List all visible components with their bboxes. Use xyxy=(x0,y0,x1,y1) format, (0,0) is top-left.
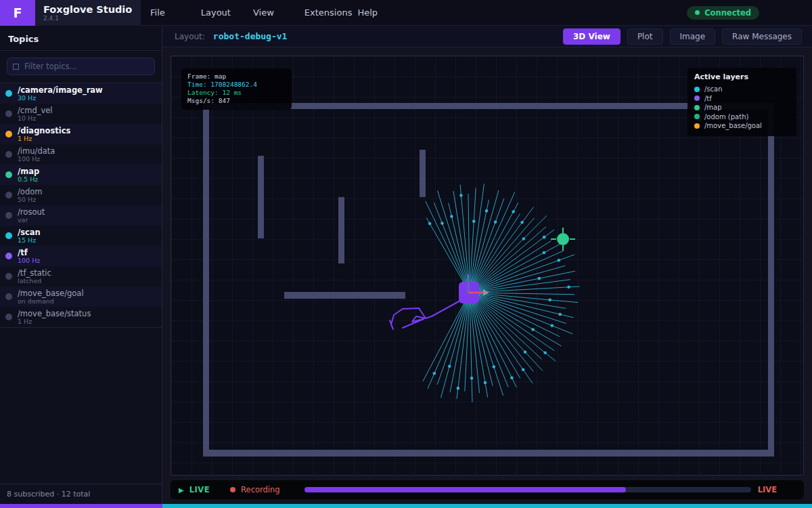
scan-ray xyxy=(453,191,470,293)
scan-point xyxy=(433,372,436,375)
tab-plot[interactable]: Plot xyxy=(627,28,663,45)
playback-bar: ▶ LIVE Recording LIVE xyxy=(171,480,804,499)
scan-point xyxy=(543,236,546,239)
topic-row-imu-data[interactable]: /imu/data100 Hz xyxy=(0,144,162,165)
scan-point xyxy=(485,209,489,213)
scan-ray xyxy=(470,293,560,337)
topic-status-dot xyxy=(5,314,12,320)
topic-row-cmd-vel[interactable]: /cmd_vel10 Hz xyxy=(0,104,162,124)
legend-dot xyxy=(694,87,700,92)
topic-name: /move_base/goal xyxy=(18,289,84,297)
app-logo[interactable]: F xyxy=(0,0,35,26)
scan-ray xyxy=(470,241,565,293)
topic-status-dot xyxy=(5,212,12,219)
topic-row-tf[interactable]: /tf100 Hz xyxy=(0,246,162,266)
legend-label: /move_base/goal xyxy=(704,122,762,129)
connection-badge: Connected xyxy=(687,6,759,20)
panel-content: Frame: mapTime: 1708248862.4Latency: 12 … xyxy=(162,47,812,477)
map-wall xyxy=(768,103,774,457)
topic-row-map[interactable]: /map0.5 Hz xyxy=(0,165,162,185)
menu-item-help[interactable]: Help xyxy=(357,7,378,18)
topic-rate: 50 Hz xyxy=(18,196,42,203)
map-wall xyxy=(203,103,209,457)
layout-label: Layout: xyxy=(175,32,205,41)
tab-raw-messages[interactable]: Raw Messages xyxy=(722,28,802,45)
topic-rate: 0.5 Hz xyxy=(18,175,39,183)
live-indicator: LIVE xyxy=(189,485,210,494)
topic-status-dot xyxy=(5,192,12,198)
menu-item-view[interactable]: View xyxy=(253,7,274,18)
menu-item-file[interactable]: File xyxy=(150,7,165,18)
subscription-stats: 8 subscribed · 12 total xyxy=(0,484,162,504)
status-strip xyxy=(0,504,812,508)
topic-name: /tf xyxy=(18,249,40,257)
scan-point xyxy=(520,221,524,224)
recording-label: Recording xyxy=(241,485,280,494)
layout-name[interactable]: robot-debug-v1 xyxy=(213,31,288,41)
hud-line: Latency: 12 ms xyxy=(187,89,286,97)
scan-point xyxy=(522,368,525,371)
filter-input[interactable] xyxy=(24,62,154,71)
tab-image[interactable]: Image xyxy=(670,28,716,45)
scan-point xyxy=(538,277,541,280)
app-version: 2.4.1 xyxy=(43,15,132,22)
topic-row-move-base-status[interactable]: /move_base/status1 Hz xyxy=(0,307,162,327)
topic-row-move-base-goal[interactable]: /move_base/goalon demand xyxy=(0,287,162,307)
app-title: Foxglove Studio xyxy=(43,4,132,15)
live-badge-right: LIVE xyxy=(758,485,777,494)
playback-progress xyxy=(304,487,626,492)
menu-item-layout[interactable]: Layout xyxy=(201,7,231,18)
play-icon[interactable]: ▶ xyxy=(179,486,184,494)
scan-point xyxy=(448,364,451,368)
scan-point xyxy=(551,324,554,327)
topic-row-odom[interactable]: /odom50 Hz xyxy=(0,185,162,205)
tab-3d-view[interactable]: 3D View xyxy=(563,28,621,45)
hud-line: Msgs/s: 847 xyxy=(187,97,286,105)
scan-ray xyxy=(470,215,547,293)
3d-viewport[interactable]: Frame: mapTime: 1708248862.4Latency: 12 … xyxy=(171,56,804,475)
topic-name: /map xyxy=(18,167,39,175)
legend-dot xyxy=(694,114,700,119)
topic-status-dot xyxy=(5,171,12,178)
menu-item-extensions[interactable]: Extensions xyxy=(304,7,353,18)
topic-status-dot xyxy=(5,131,12,137)
topic-filter[interactable] xyxy=(7,58,155,75)
scan-point xyxy=(450,215,453,218)
legend-dot xyxy=(694,123,700,129)
map-wall xyxy=(420,150,426,197)
topic-row-tf-static[interactable]: /tf_staticlatched xyxy=(0,266,162,287)
topic-rate: 30 Hz xyxy=(18,94,103,102)
hud-line: Time: 1708248862.4 xyxy=(187,81,286,89)
scan-point xyxy=(494,220,497,224)
topic-row-diagnostics[interactable]: /diagnostics1 Hz xyxy=(0,124,162,144)
topic-name: /camera/image_raw xyxy=(18,86,103,94)
map-wall xyxy=(338,197,344,263)
hud-line: Frame: map xyxy=(187,72,286,81)
legend-item-move-base-goal: /move_base/goal xyxy=(694,121,790,131)
legend-label: /scan xyxy=(704,85,723,93)
connection-label: Connected xyxy=(704,8,751,18)
topic-status-dot xyxy=(5,273,12,280)
topic-rate: 15 Hz xyxy=(18,236,41,244)
frame-info-tooltip: Frame: mapTime: 1708248862.4Latency: 12 … xyxy=(181,68,292,110)
scan-point xyxy=(543,251,546,255)
topic-name: /odom xyxy=(18,188,42,196)
legend-dot xyxy=(694,96,700,101)
topic-status-dot xyxy=(5,232,12,239)
panel-tabs: 3D ViewPlotImageRaw Messages xyxy=(563,28,802,45)
topic-name: /rosout xyxy=(18,208,45,216)
scan-ray xyxy=(423,293,470,381)
scan-ray xyxy=(470,198,504,293)
menu-bar: FileLayoutViewExtensionsHelp xyxy=(141,7,378,18)
topic-row-rosout[interactable]: /rosoutvar xyxy=(0,205,162,226)
scan-point xyxy=(512,210,515,213)
scan-point xyxy=(470,377,474,380)
odom-path xyxy=(403,297,466,328)
topic-row-scan[interactable]: /scan15 Hz xyxy=(0,226,162,246)
topic-name: /scan xyxy=(18,228,41,236)
active-layers-panel: Active layers /scan/tf/map/odom (path)/m… xyxy=(687,68,796,136)
legend-item-map: /map xyxy=(694,103,790,112)
map-wall xyxy=(284,292,405,299)
topic-row-camera-image-raw[interactable]: /camera/image_raw30 Hz xyxy=(0,83,162,104)
playback-scrubber[interactable] xyxy=(304,487,751,492)
